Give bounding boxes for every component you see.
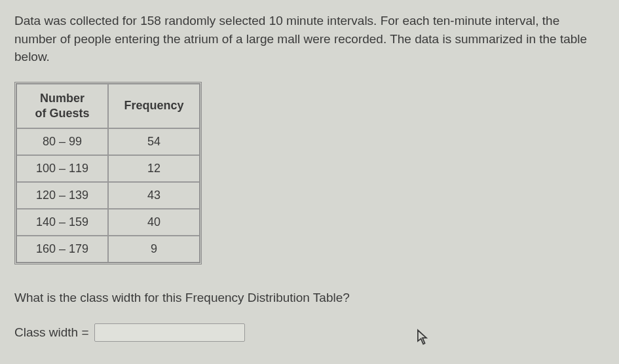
table-row: 100 – 119 12	[16, 155, 200, 182]
question-text: What is the class width for this Frequen…	[14, 291, 605, 305]
class-width-input[interactable]	[94, 323, 245, 342]
cell-freq: 40	[108, 209, 200, 236]
frequency-table: Number of Guests Frequency 80 – 99 54 10…	[14, 82, 202, 265]
cell-freq: 9	[108, 236, 200, 263]
cell-range: 120 – 139	[16, 182, 108, 209]
table-header-frequency: Frequency	[108, 84, 200, 129]
answer-label: Class width =	[14, 325, 89, 340]
cell-range: 80 – 99	[16, 128, 108, 155]
cell-range: 140 – 159	[16, 209, 108, 236]
table-row: 160 – 179 9	[16, 236, 200, 263]
cell-freq: 12	[108, 155, 200, 182]
header-line2: of Guests	[35, 107, 89, 120]
cell-freq: 54	[108, 128, 200, 155]
cell-range: 100 – 119	[16, 155, 108, 182]
cursor-icon	[416, 329, 429, 346]
cell-freq: 43	[108, 182, 200, 209]
answer-row: Class width =	[14, 323, 605, 342]
cell-range: 160 – 179	[16, 236, 108, 263]
problem-statement: Data was collected for 158 randomly sele…	[14, 12, 605, 66]
table-row: 80 – 99 54	[16, 128, 200, 155]
header-line1: Number	[40, 92, 84, 105]
table-header-guests: Number of Guests	[16, 84, 108, 129]
table-row: 120 – 139 43	[16, 182, 200, 209]
table-row: 140 – 159 40	[16, 209, 200, 236]
